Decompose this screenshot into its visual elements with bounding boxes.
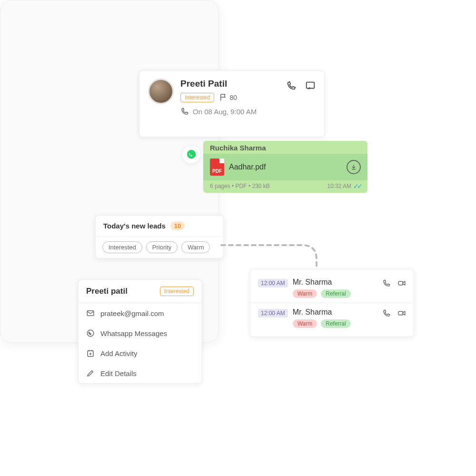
tag-interested: Interested <box>180 93 214 102</box>
email-value: prateek@gmail.com <box>100 309 164 317</box>
lead-name: Mr. Sharma <box>293 308 377 317</box>
download-icon <box>350 164 357 170</box>
video-button[interactable] <box>397 309 406 317</box>
lead-time: 12:00 AM <box>258 309 288 317</box>
add-activity-label: Add Activity <box>100 349 138 357</box>
filter-chip-warm[interactable]: Warm <box>181 241 210 253</box>
video-button[interactable] <box>397 279 406 288</box>
score-value: 80 <box>229 94 237 101</box>
whatsapp-badge <box>182 145 201 164</box>
pencil-icon <box>86 369 95 377</box>
edit-details-label: Edit Details <box>100 369 137 377</box>
whatsapp-label: Whatsapp Messages <box>100 329 167 337</box>
tag-warm: Warm <box>293 289 317 298</box>
flag-icon <box>219 93 228 102</box>
tag-warm: Warm <box>293 319 317 328</box>
mail-icon <box>86 309 95 317</box>
lead-row[interactable]: 12:00 AM Mr. Sharma Warm Referral <box>250 303 414 333</box>
whatsapp-row[interactable]: Whatsapp Messages <box>79 323 201 343</box>
pdf-icon: PDF <box>210 159 224 176</box>
email-row[interactable]: prateek@gmail.com <box>79 303 201 323</box>
lead-list-card: 12:00 AM Mr. Sharma Warm Referral 12:00 … <box>250 269 414 337</box>
lead-time: 12:00 AM <box>258 279 288 288</box>
lead-row[interactable]: 12:00 AM Mr. Sharma Warm Referral <box>250 273 414 303</box>
phone-icon <box>180 107 189 116</box>
add-activity-row[interactable]: Add Activity <box>79 343 201 363</box>
call-button[interactable] <box>382 309 391 317</box>
last-call-time: On 08 Aug, 9:00 AM <box>193 108 257 116</box>
download-button[interactable] <box>347 160 361 174</box>
read-receipt-icon: ✓✓ <box>353 182 361 190</box>
svg-point-1 <box>187 150 196 159</box>
leads-count-badge: 10 <box>170 221 185 230</box>
filter-chip-interested[interactable]: Interested <box>102 241 142 253</box>
detail-name: Preeti patil <box>86 287 128 296</box>
file-meta: 6 pages • PDF • 230 kB <box>210 183 270 189</box>
call-button[interactable] <box>382 279 391 288</box>
contact-card: Preeti Patil Interested 80 On 08 Aug, 9:… <box>139 70 325 137</box>
message-time: 10:32 AM <box>327 183 351 189</box>
leads-title: Today's new leads <box>103 222 166 230</box>
whatsapp-message: Ruchika Sharma PDF Aadhar.pdf 6 pages • … <box>203 141 367 193</box>
call-button[interactable] <box>286 80 297 91</box>
tag-referral: Referral <box>321 289 351 298</box>
new-leads-card: Today's new leads 10 Interested Priority… <box>95 215 224 258</box>
whatsapp-icon <box>86 329 95 337</box>
tag-referral: Referral <box>321 319 351 328</box>
file-name: Aadhar.pdf <box>229 163 342 171</box>
avatar <box>148 79 174 104</box>
calendar-plus-icon <box>86 349 95 357</box>
svg-rect-3 <box>398 311 403 315</box>
svg-rect-2 <box>398 281 403 285</box>
message-button[interactable] <box>305 80 316 91</box>
contact-name: Preeti Patil <box>180 79 279 89</box>
lead-name: Mr. Sharma <box>293 278 377 287</box>
contact-detail-card: Preeti patil Interested prateek@gmail.co… <box>78 279 202 384</box>
svg-rect-0 <box>307 82 315 89</box>
whatsapp-icon <box>186 149 197 159</box>
sender-name: Ruchika Sharma <box>203 141 367 154</box>
filter-chip-priority[interactable]: Priority <box>146 241 178 253</box>
lead-score: 80 <box>219 93 237 102</box>
tag-interested: Interested <box>160 287 194 296</box>
edit-details-row[interactable]: Edit Details <box>79 363 201 383</box>
